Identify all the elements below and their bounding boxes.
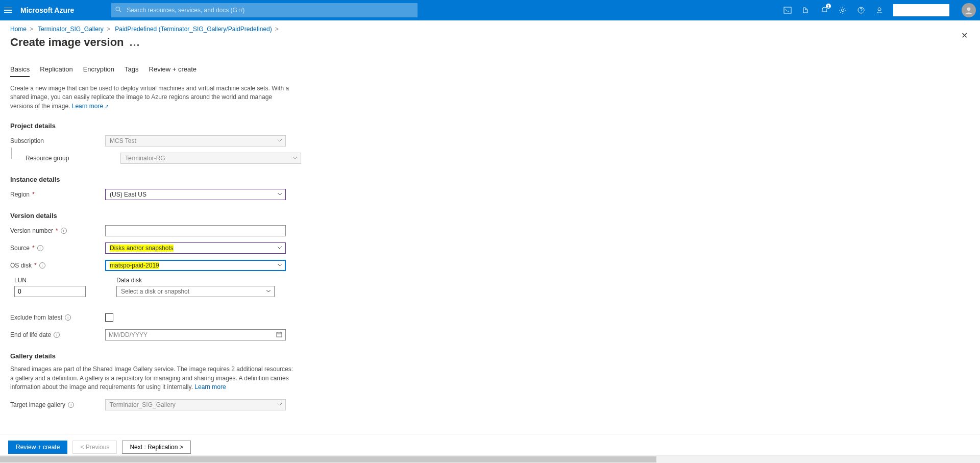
region-label: Region * [10,191,105,198]
horizontal-scrollbar[interactable] [0,455,980,463]
tabs: Basics Replication Encryption Tags Revie… [10,65,970,77]
review-create-button[interactable]: Review + create [8,441,67,454]
subscription-select: MCS Test [105,135,286,147]
target-gallery-select: Terminator_SIG_Gallery [105,399,286,410]
datadisk-select[interactable]: Select a disk or snapshot [116,286,275,297]
eol-date-input[interactable]: MM/DD/YYYY [105,329,286,340]
next-button[interactable]: Next : Replication > [122,441,190,454]
tab-replication[interactable]: Replication [40,65,72,77]
lun-datadisk-row: LUN Data disk Select a disk or snapshot [10,277,970,297]
info-icon[interactable]: i [68,402,74,408]
help-icon[interactable] [856,6,866,15]
rg-value: Terminator-RG [125,155,165,162]
topbar-icons: 1 [783,3,976,17]
osdisk-value: matspo-paid-2019 [110,262,159,269]
chevron-down-icon [277,245,282,252]
more-icon[interactable]: … [129,36,141,49]
svg-point-3 [842,9,844,12]
svg-point-5 [878,8,881,11]
gallery-desc-text: Shared images are part of the Shared Ima… [10,365,293,391]
version-number-input[interactable] [105,225,286,236]
info-icon[interactable]: i [37,245,43,251]
top-bar: Microsoft Azure 1 [0,0,980,20]
gallery-learn-more-link[interactable]: Learn more [194,383,226,391]
target-gallery-label: Target image gallery i [10,401,105,408]
instance-details: Instance details Region * (US) East US [10,176,970,201]
close-icon[interactable]: ✕ [961,31,968,40]
svg-rect-2 [784,7,791,13]
settings-icon[interactable] [838,6,847,15]
subscription-label: Subscription [10,137,105,144]
notifications-icon[interactable]: 1 [820,6,829,15]
rg-label: Resource group [26,155,120,162]
crumb-gallery[interactable]: Terminator_SIG_Gallery [38,26,104,33]
crumb-definition[interactable]: PaidPredefined (Terminator_SIG_Gallery/P… [115,26,272,33]
search-icon [115,7,121,14]
exclude-checkbox[interactable] [105,313,113,322]
region-select[interactable]: (US) East US [105,189,286,200]
tab-basics[interactable]: Basics [10,65,30,77]
crumb-home[interactable]: Home [10,26,27,33]
gallery-details: Gallery details Shared images are part o… [10,352,970,411]
info-icon[interactable]: i [39,262,45,269]
version-details: Version details Version number * i Sourc… [10,212,970,341]
svg-rect-7 [277,332,282,337]
osdisk-label: OS disk * i [10,262,105,269]
osdisk-select[interactable]: matspo-paid-2019 [105,260,286,271]
footer-bar: Review + create < Previous Next : Replic… [0,434,980,454]
breadcrumb: Home> Terminator_SIG_Gallery> PaidPredef… [10,26,970,33]
info-icon[interactable]: i [61,228,67,234]
source-select[interactable]: Disks and/or snapshots [105,242,286,254]
directory-icon[interactable] [801,6,811,15]
page-title: Create image version … [10,36,970,49]
section-title: Gallery details [10,352,970,360]
tab-review[interactable]: Review + create [149,65,197,77]
description-text: Create a new image that can be used to d… [10,85,289,110]
chevron-down-icon [277,191,282,198]
lun-input[interactable] [14,286,86,297]
source-value: Disks and/or snapshots [110,245,174,252]
notification-badge: 1 [826,4,831,9]
page-title-text: Create image version [10,36,124,49]
cloud-shell-icon[interactable] [783,6,792,15]
description: Create a new image that can be used to d… [10,84,296,111]
section-title: Project details [10,122,970,130]
chevron-down-icon [292,155,298,162]
feedback-icon[interactable] [875,6,884,15]
info-icon[interactable]: i [65,314,71,321]
svg-line-1 [119,10,121,12]
calendar-icon [276,331,282,339]
target-gallery-value: Terminator_SIG_Gallery [110,401,176,408]
datadisk-label: Data disk [116,277,275,284]
topbar-account-input[interactable] [893,4,949,16]
eol-label: End of life date i [10,331,105,338]
rg-select: Terminator-RG [120,153,301,164]
project-details: Project details Subscription MCS Test Re… [10,122,970,164]
chevron-down-icon [277,262,282,269]
avatar[interactable] [962,3,976,17]
tab-encryption[interactable]: Encryption [83,65,114,77]
svg-point-0 [116,7,120,11]
info-icon[interactable]: i [54,332,60,338]
tab-tags[interactable]: Tags [125,65,138,77]
version-number-label: Version number * i [10,227,105,234]
chevron-down-icon [266,288,271,295]
exclude-label: Exclude from latest i [10,314,105,321]
region-value: (US) East US [110,191,146,198]
page-content: Home> Terminator_SIG_Gallery> PaidPredef… [0,20,980,463]
section-title: Version details [10,212,970,220]
search-input[interactable] [111,3,418,17]
svg-point-6 [967,7,971,11]
lun-label: LUN [14,277,86,284]
scrollbar-thumb[interactable] [0,456,656,462]
source-label: Source * i [10,245,105,252]
previous-button: < Previous [72,441,117,454]
gallery-description: Shared images are part of the Shared Ima… [10,365,296,392]
brand[interactable]: Microsoft Azure [20,6,74,14]
learn-more-link[interactable]: Learn more [72,103,109,110]
eol-placeholder: MM/DD/YYYY [109,331,148,338]
chevron-down-icon [277,137,282,144]
search-wrap [111,3,418,17]
menu-icon[interactable] [4,5,14,15]
section-title: Instance details [10,176,970,183]
